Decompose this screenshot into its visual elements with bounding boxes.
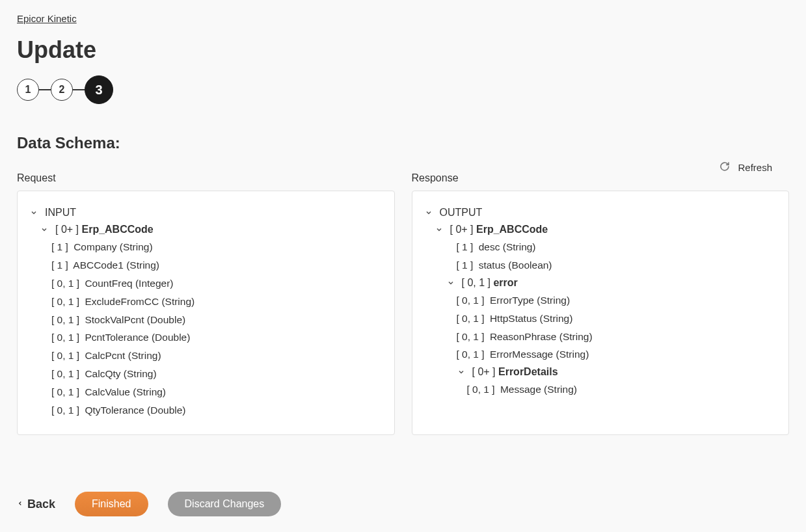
tree-leaf[interactable]: [ 0, 1 ] HttpStatus (String): [424, 310, 777, 328]
field-type: (String): [161, 296, 195, 307]
cardinality: [ 0, 1 ]: [51, 368, 79, 379]
tree-leaf[interactable]: [ 1 ] ABCCode1 (String): [29, 256, 383, 274]
cardinality: [ 0, 1 ]: [51, 314, 79, 325]
field-name: StockValPcnt: [82, 314, 147, 325]
field-type: (String): [133, 386, 166, 397]
field-name: Erp_ABCCode: [81, 224, 153, 235]
chevron-left-icon: [17, 498, 23, 511]
step-2[interactable]: 2: [51, 79, 73, 101]
field-name: CalcQty: [82, 368, 124, 379]
field-type: (Double): [147, 314, 185, 325]
field-type: (String): [120, 241, 153, 252]
page-title: Update: [17, 36, 789, 64]
chevron-down-icon: [446, 279, 455, 287]
tree-leaf[interactable]: [ 0, 1 ] CalcQty (String): [29, 365, 383, 383]
field-type: (Double): [152, 332, 190, 343]
tree-leaf[interactable]: [ 0, 1 ] CalcValue (String): [29, 383, 383, 401]
field-name: error: [493, 277, 517, 288]
cardinality: [ 1 ]: [51, 241, 68, 252]
tree-node-group[interactable]: [ 0+ ] Erp_ABCCode: [424, 221, 777, 238]
cardinality: [ 0+ ]: [55, 224, 79, 235]
response-label: Response: [412, 172, 790, 184]
cardinality: [ 0, 1 ]: [51, 350, 79, 361]
field-type: (Boolean): [508, 259, 552, 271]
tree-leaf[interactable]: [ 0, 1 ] ErrorType (String): [424, 291, 777, 310]
step-connector: [73, 89, 85, 90]
tree-leaf[interactable]: [ 1 ] desc (String): [424, 238, 777, 256]
field-type: (String): [559, 331, 593, 342]
cardinality: [ 0, 1 ]: [51, 405, 79, 416]
field-name: ABCCode1: [71, 259, 126, 271]
step-3[interactable]: 3: [85, 75, 113, 104]
field-name: CalcPcnt: [82, 350, 128, 361]
tree-leaf[interactable]: [ 1 ] status (Boolean): [424, 256, 777, 274]
field-name: Message: [498, 384, 544, 395]
response-panel: OUTPUT [ 0+ ] Erp_ABCCode [ 1 ] desc (St…: [412, 191, 790, 435]
tree-leaf[interactable]: [ 0, 1 ] QtyTolerance (Double): [29, 401, 383, 419]
cardinality: [ 0+ ]: [450, 224, 474, 235]
back-button[interactable]: Back: [17, 498, 55, 511]
tree-node-error-details[interactable]: [ 0+ ] ErrorDetails: [424, 364, 777, 380]
cardinality: [ 0, 1 ]: [467, 384, 495, 395]
field-name: desc: [476, 241, 502, 252]
tree-leaf[interactable]: [ 0, 1 ] ExcludeFromCC (String): [29, 293, 383, 311]
field-name: CalcValue: [82, 386, 133, 397]
refresh-label: Refresh: [738, 162, 772, 173]
tree-node-input[interactable]: INPUT: [29, 204, 383, 221]
back-label: Back: [27, 498, 55, 511]
cardinality: [ 0, 1 ]: [457, 313, 485, 324]
cardinality: [ 1 ]: [457, 259, 474, 271]
field-type: (String): [537, 295, 570, 306]
field-type: (Integer): [135, 278, 174, 289]
chevron-down-icon: [435, 226, 444, 233]
field-name: Company: [71, 241, 120, 252]
request-label: Request: [17, 172, 395, 184]
field-type: (String): [540, 313, 573, 324]
field-name: CountFreq: [82, 278, 135, 289]
tree-leaf[interactable]: [ 0, 1 ] CalcPcnt (String): [29, 347, 383, 365]
request-panel: INPUT [ 0+ ] Erp_ABCCode [ 1 ] Company (…: [17, 191, 395, 435]
cardinality: [ 0, 1 ]: [457, 295, 485, 306]
field-name: QtyTolerance: [82, 405, 147, 416]
field-name: ErrorMessage: [487, 349, 556, 360]
tree-leaf[interactable]: [ 0, 1 ] Message (String): [424, 380, 777, 399]
field-type: (String): [556, 349, 589, 360]
finished-button[interactable]: Finished: [75, 492, 148, 516]
chevron-down-icon: [457, 368, 466, 376]
tree-node-output[interactable]: OUTPUT: [424, 204, 777, 221]
section-title: Data Schema:: [17, 134, 789, 152]
field-name: ErrorType: [487, 295, 537, 306]
field-name: status: [476, 259, 508, 271]
tree-leaf[interactable]: [ 0, 1 ] ErrorMessage (String): [424, 345, 777, 364]
tree-leaf[interactable]: [ 0, 1 ] CountFreq (Integer): [29, 274, 383, 293]
step-connector: [39, 89, 51, 90]
field-name: ReasonPhrase: [487, 331, 559, 342]
chevron-down-icon: [40, 226, 49, 233]
discard-button[interactable]: Discard Changes: [168, 492, 282, 516]
chevron-down-icon: [424, 209, 433, 217]
cardinality: [ 0, 1 ]: [457, 331, 485, 342]
tree-leaf[interactable]: [ 0, 1 ] StockValPcnt (Double): [29, 311, 383, 329]
tree-leaf[interactable]: [ 0, 1 ] ReasonPhrase (String): [424, 328, 777, 346]
cardinality: [ 0+ ]: [472, 366, 496, 377]
cardinality: [ 1 ]: [51, 259, 68, 271]
tree-node-error[interactable]: [ 0, 1 ] error: [424, 274, 777, 291]
step-1[interactable]: 1: [17, 79, 39, 101]
cardinality: [ 0, 1 ]: [51, 386, 79, 397]
tree-label: OUTPUT: [440, 207, 483, 219]
cardinality: [ 0, 1 ]: [51, 332, 79, 343]
tree-leaf[interactable]: [ 1 ] Company (String): [29, 238, 383, 256]
field-name: ExcludeFromCC: [82, 296, 161, 307]
field-type: (String): [128, 350, 161, 361]
field-name: PcntTolerance: [82, 332, 152, 343]
cardinality: [ 0, 1 ]: [457, 349, 485, 360]
field-type: (String): [124, 368, 157, 379]
field-type: (String): [503, 241, 536, 252]
tree-leaf[interactable]: [ 0, 1 ] PcntTolerance (Double): [29, 328, 383, 347]
cardinality: [ 0, 1 ]: [51, 296, 79, 307]
field-type: (String): [544, 384, 577, 395]
breadcrumb[interactable]: Epicor Kinetic: [17, 13, 77, 24]
tree-node-group[interactable]: [ 0+ ] Erp_ABCCode: [29, 221, 383, 238]
field-type: (Double): [147, 405, 185, 416]
cardinality: [ 0, 1 ]: [51, 278, 79, 289]
